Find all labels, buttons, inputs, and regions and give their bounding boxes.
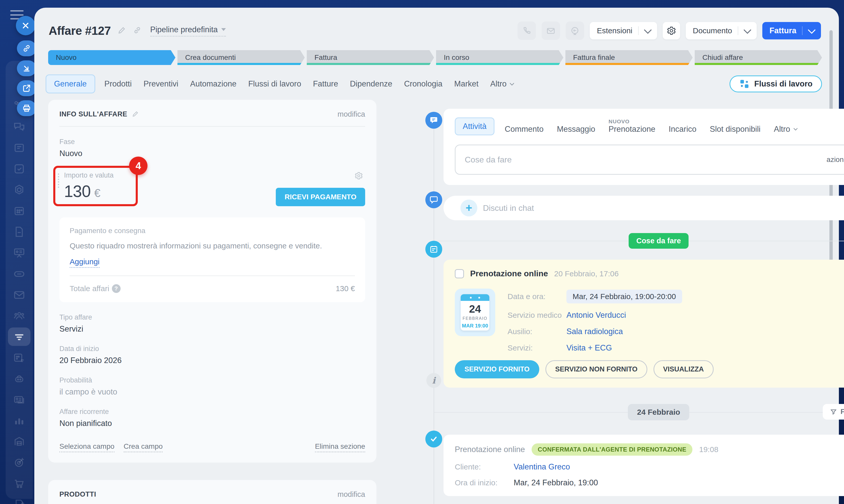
calendar-icon[interactable] bbox=[8, 202, 31, 220]
settings-button[interactable] bbox=[663, 22, 680, 39]
drive-icon[interactable] bbox=[8, 265, 31, 283]
invoice-button[interactable]: Fattura bbox=[762, 22, 821, 39]
tab-preventivi[interactable]: Preventivi bbox=[143, 79, 178, 89]
field-value[interactable]: Servizi bbox=[59, 324, 365, 334]
service-link[interactable]: Visita + ECG bbox=[566, 343, 612, 353]
link-icon[interactable] bbox=[133, 26, 142, 36]
tab-fatture[interactable]: Fatture bbox=[313, 79, 338, 89]
todo-input[interactable] bbox=[465, 155, 827, 164]
doctor-link[interactable]: Antonio Verducci bbox=[566, 311, 626, 320]
tab-prodotti[interactable]: Prodotti bbox=[104, 79, 132, 89]
feed-tab-messaggio[interactable]: Messaggio bbox=[557, 125, 596, 135]
copy-link-button[interactable] bbox=[17, 40, 36, 56]
field-label: Data di inizio bbox=[59, 345, 365, 353]
field-settings-icon[interactable] bbox=[355, 172, 363, 181]
document-button[interactable]: Documento bbox=[686, 22, 757, 39]
chats-icon[interactable] bbox=[8, 118, 31, 136]
tasks-icon[interactable] bbox=[8, 160, 31, 178]
tab-generale[interactable]: Generale bbox=[46, 74, 95, 93]
stage-chiudi-affare[interactable]: Chiudi affare bbox=[695, 50, 822, 65]
booking-field-label: Servizio medico bbox=[507, 311, 566, 320]
amount-value[interactable]: 130€ bbox=[64, 182, 114, 201]
workflows-button[interactable]: Flussi di lavoro bbox=[729, 75, 822, 92]
feed-tab-commento[interactable]: Commento bbox=[505, 125, 544, 135]
feed-tab-incarico[interactable]: Incarico bbox=[669, 125, 696, 135]
service-not-provided-button[interactable]: SERVIZIO NON FORNITO bbox=[546, 360, 647, 378]
feed-icon[interactable] bbox=[8, 139, 31, 157]
close-button[interactable] bbox=[16, 16, 35, 35]
actions-dropdown[interactable]: azioni bbox=[827, 156, 844, 164]
add-payment-link[interactable]: Aggiungi bbox=[70, 257, 100, 268]
booking-checkbox[interactable] bbox=[455, 269, 464, 278]
receive-payment-button[interactable]: RICEVI PAGAMENTO bbox=[276, 188, 365, 206]
contacts-icon[interactable] bbox=[8, 306, 31, 325]
tab-dipendenze[interactable]: Dipendenze bbox=[350, 79, 392, 89]
help-icon[interactable]: ? bbox=[112, 284, 121, 293]
feed-tab-slot[interactable]: Slot disponibili bbox=[710, 125, 760, 135]
task-check-icon bbox=[425, 431, 442, 448]
add-participant-icon[interactable]: + bbox=[461, 200, 477, 216]
edit-title-icon[interactable] bbox=[118, 26, 126, 36]
calendar-check-icon[interactable] bbox=[8, 348, 31, 367]
products-edit-link[interactable]: modifica bbox=[338, 490, 365, 499]
email-icon[interactable] bbox=[541, 21, 560, 40]
presentation-icon[interactable] bbox=[8, 244, 31, 262]
feed-tabs: Attività Commento Messaggio NUOVOPrenota… bbox=[455, 118, 844, 135]
start-label: Ora di inizio: bbox=[455, 479, 514, 487]
field-value[interactable]: il campo è vuoto bbox=[59, 387, 365, 397]
archive-icon[interactable] bbox=[8, 432, 31, 451]
delete-section-link[interactable]: Elimina sezione bbox=[315, 442, 365, 452]
cart-icon[interactable] bbox=[8, 474, 31, 493]
confirmed-badge: CONFERMATA DALL'AGENTE DI PRENOTAZIONE bbox=[532, 443, 692, 456]
info-card-title: INFO SULL'AFFARE bbox=[59, 110, 127, 118]
receive-arrow-button[interactable] bbox=[17, 60, 36, 76]
client-link[interactable]: Valentina Greco bbox=[514, 462, 570, 471]
tab-automazione[interactable]: Automazione bbox=[190, 79, 236, 89]
chat-reply-icon[interactable] bbox=[566, 21, 584, 40]
info-edit-link[interactable]: modifica bbox=[338, 110, 365, 119]
view-button[interactable]: VISUALIZZA bbox=[654, 360, 714, 378]
document-icon[interactable] bbox=[8, 222, 31, 241]
filter-rail-icon[interactable] bbox=[8, 327, 31, 346]
stats-icon[interactable] bbox=[8, 411, 31, 430]
feed-tab-altro[interactable]: Altro bbox=[774, 125, 796, 135]
new-badge: NUOVO bbox=[609, 119, 656, 125]
tab-flussi-di-lavoro[interactable]: Flussi di lavoro bbox=[248, 79, 301, 89]
calendar-widget: 24 FEBBRAIO MAR 19:00 bbox=[455, 289, 495, 336]
print-button[interactable] bbox=[17, 100, 36, 116]
extensions-button[interactable]: Estensioni bbox=[590, 22, 657, 39]
doc-edit-icon[interactable] bbox=[8, 495, 31, 504]
stage-crea-documenti[interactable]: Crea documenti bbox=[177, 50, 305, 65]
drag-handle[interactable] bbox=[58, 174, 59, 188]
field-value[interactable]: Non pianificato bbox=[59, 419, 365, 428]
select-field-link[interactable]: Seleziona campo bbox=[59, 442, 115, 452]
external-link-button[interactable] bbox=[17, 80, 36, 96]
filter-button[interactable]: FILTRO bbox=[823, 404, 844, 419]
field-label: Tipo affare bbox=[59, 313, 365, 321]
goal-icon[interactable] bbox=[8, 453, 31, 472]
hexagon-icon[interactable] bbox=[8, 181, 31, 199]
stage-fattura-finale[interactable]: Fattura finale bbox=[565, 50, 693, 65]
stage-nuovo[interactable]: Nuovo bbox=[48, 50, 175, 65]
feed-tab-prenotazione[interactable]: NUOVOPrenotazione bbox=[609, 119, 656, 135]
create-field-link[interactable]: Crea campo bbox=[124, 442, 163, 452]
id-card-icon[interactable] bbox=[8, 391, 31, 409]
deal-details-column: INFO SULL'AFFARE modifica Fase Nuovo Imp… bbox=[48, 100, 376, 504]
edit-section-icon[interactable] bbox=[132, 110, 139, 119]
tab-altro[interactable]: Altro bbox=[490, 79, 513, 89]
chat-input[interactable] bbox=[483, 203, 844, 213]
stage-in-corso[interactable]: In corso bbox=[436, 50, 563, 65]
phone-icon[interactable] bbox=[517, 21, 536, 40]
service-provided-button[interactable]: SERVIZIO FORNITO bbox=[455, 360, 539, 378]
stage-fattura[interactable]: Fattura bbox=[307, 50, 434, 65]
mail-icon[interactable] bbox=[8, 286, 31, 304]
info-event-icon: i bbox=[426, 373, 441, 388]
tab-market[interactable]: Market bbox=[454, 79, 479, 89]
feed-tab-attivita[interactable]: Attività bbox=[455, 118, 495, 135]
fase-value[interactable]: Nuovo bbox=[59, 149, 365, 158]
pipeline-selector[interactable]: Pipeline predefinita bbox=[150, 25, 226, 37]
bot-icon[interactable] bbox=[8, 370, 31, 388]
tab-cronologia[interactable]: Cronologia bbox=[404, 79, 443, 89]
field-value[interactable]: 20 Febbraio 2026 bbox=[59, 356, 365, 365]
room-link[interactable]: Sala radiologica bbox=[566, 327, 623, 336]
